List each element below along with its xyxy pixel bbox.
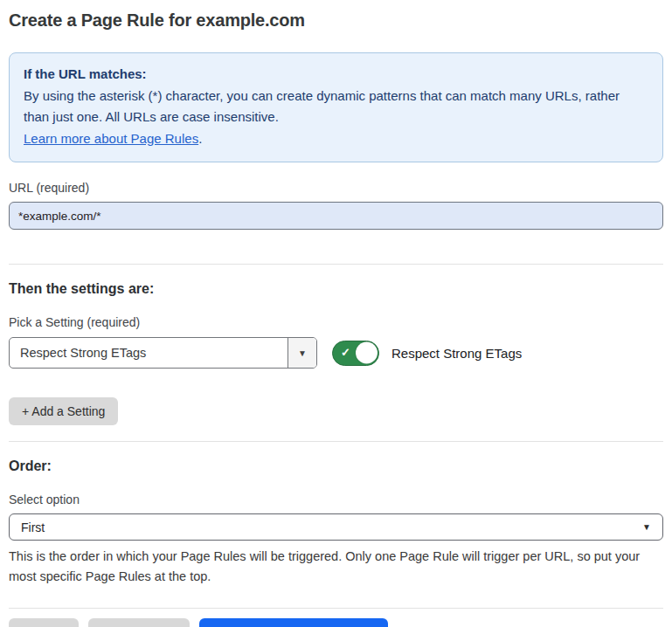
order-help-text: This is the order in which your Page Rul…	[9, 547, 663, 587]
chevron-down-icon: ▼	[298, 348, 307, 358]
add-setting-button[interactable]: + Add a Setting	[9, 397, 118, 425]
setting-select[interactable]: Respect Strong ETags ▼	[9, 337, 317, 369]
url-input[interactable]	[9, 202, 663, 230]
pick-setting-label: Pick a Setting (required)	[9, 315, 663, 329]
url-match-info-box: If the URL matches: By using the asteris…	[9, 52, 663, 162]
setting-select-value: Respect Strong ETags	[10, 338, 288, 368]
order-select[interactable]: First ▼	[9, 513, 663, 541]
save-and-deploy-button[interactable]: Save and Deploy Page Rule	[199, 618, 388, 627]
link-suffix: .	[198, 131, 202, 146]
divider	[9, 264, 663, 265]
order-select-value: First	[21, 520, 45, 534]
order-section-heading: Order:	[9, 458, 663, 474]
setting-select-arrow-button[interactable]: ▼	[288, 338, 316, 368]
toggle-knob	[356, 342, 378, 364]
info-box-heading: If the URL matches:	[24, 64, 648, 86]
toggle-label: Respect Strong ETags	[391, 346, 522, 361]
divider	[9, 441, 663, 442]
footer-actions: Cancel Save as Draft Save and Deploy Pag…	[9, 618, 663, 627]
chevron-down-icon: ▼	[642, 522, 651, 532]
page-rule-form: Create a Page Rule for example.com If th…	[0, 0, 672, 627]
save-as-draft-button[interactable]: Save as Draft	[88, 618, 191, 627]
url-field-label: URL (required)	[9, 181, 663, 195]
divider	[9, 608, 663, 609]
info-box-body: By using the asterisk (*) character, you…	[24, 86, 648, 128]
setting-row: Respect Strong ETags ▼ ✓ Respect Strong …	[9, 337, 663, 369]
cancel-button[interactable]: Cancel	[9, 618, 79, 627]
settings-section-heading: Then the settings are:	[9, 281, 663, 297]
info-box-link-line: Learn more about Page Rules.	[24, 128, 648, 150]
setting-toggle[interactable]: ✓	[332, 341, 379, 366]
check-icon: ✓	[341, 347, 350, 358]
page-title: Create a Page Rule for example.com	[9, 10, 663, 31]
order-select-label: Select option	[9, 493, 663, 506]
learn-more-link[interactable]: Learn more about Page Rules	[24, 131, 198, 146]
